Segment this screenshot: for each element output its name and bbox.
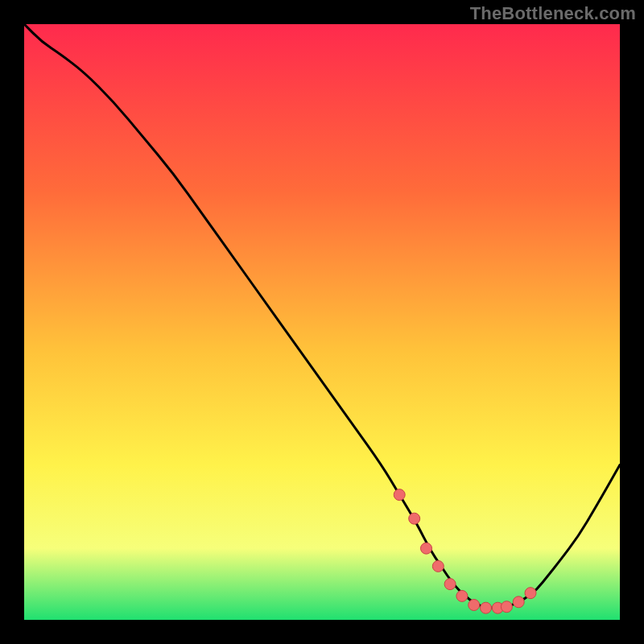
highlight-dot	[481, 602, 492, 613]
highlight-dot	[432, 560, 444, 572]
highlight-dot	[525, 588, 536, 599]
chart-frame: TheBottleneck.com	[0, 0, 644, 644]
highlight-dot	[444, 579, 456, 590]
highlight-dot	[409, 513, 420, 524]
chart-svg	[24, 24, 620, 620]
watermark-text: TheBottleneck.com	[470, 3, 636, 24]
highlight-dot	[469, 600, 480, 611]
highlight-dot	[501, 601, 512, 613]
plot-area	[24, 24, 620, 620]
highlight-dot	[513, 597, 524, 608]
gradient-background	[24, 24, 620, 620]
highlight-dot	[421, 543, 432, 554]
highlight-dot	[456, 590, 468, 601]
highlight-dot	[394, 489, 405, 501]
